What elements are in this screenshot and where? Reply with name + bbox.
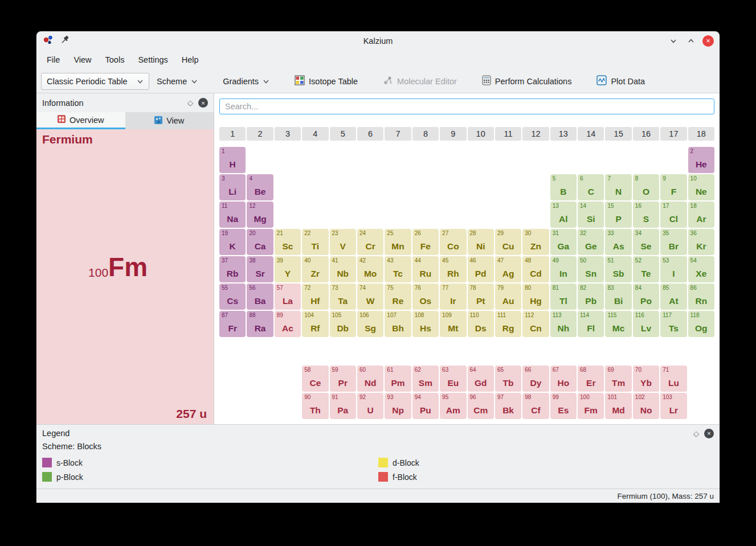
- element-cell-lu[interactable]: 71Lu: [660, 366, 686, 392]
- maximize-button[interactable]: [685, 35, 697, 47]
- element-cell-po[interactable]: 84Po: [633, 284, 659, 310]
- element-cell-tc[interactable]: 43Tc: [385, 256, 411, 282]
- element-cell-p[interactable]: 15P: [605, 202, 631, 228]
- element-cell-ta[interactable]: 73Ta: [330, 284, 356, 310]
- element-cell-v[interactable]: 23V: [330, 229, 356, 255]
- element-cell-am[interactable]: 95Am: [440, 393, 466, 419]
- minimize-button[interactable]: [667, 35, 680, 47]
- element-cell-ba[interactable]: 56Ba: [247, 284, 273, 310]
- element-cell-gd[interactable]: 64Gd: [468, 366, 494, 392]
- close-panel-icon[interactable]: ×: [704, 429, 714, 438]
- element-cell-nd[interactable]: 60Nd: [357, 366, 383, 392]
- element-cell-sg[interactable]: 106Sg: [357, 311, 383, 337]
- element-cell-ac[interactable]: 89Ac: [275, 311, 301, 337]
- element-cell-sm[interactable]: 62Sm: [412, 366, 439, 392]
- menu-item-help[interactable]: Help: [175, 51, 206, 68]
- element-cell-db[interactable]: 105Db: [330, 311, 356, 337]
- element-cell-ni[interactable]: 28Ni: [468, 229, 494, 255]
- element-cell-ce[interactable]: 58Ce: [302, 366, 328, 392]
- element-cell-mt[interactable]: 109Mt: [440, 311, 466, 337]
- menu-item-tools[interactable]: Tools: [99, 51, 132, 68]
- menu-item-settings[interactable]: Settings: [131, 51, 174, 68]
- element-cell-dy[interactable]: 66Dy: [522, 366, 549, 392]
- element-cell-ca[interactable]: 20Ca: [247, 229, 273, 255]
- element-cell-pb[interactable]: 82Pb: [578, 284, 604, 310]
- element-cell-fe[interactable]: 26Fe: [412, 229, 439, 255]
- element-cell-eu[interactable]: 63Eu: [440, 366, 466, 392]
- plot-data-button[interactable]: Plot Data: [591, 72, 650, 91]
- element-cell-mo[interactable]: 42Mo: [357, 256, 383, 282]
- element-cell-fl[interactable]: 114Fl: [578, 311, 604, 337]
- search-input[interactable]: [219, 98, 714, 114]
- element-cell-np[interactable]: 93Np: [385, 393, 411, 419]
- element-cell-hg[interactable]: 80Hg: [522, 284, 549, 310]
- element-cell-pr[interactable]: 59Pr: [330, 366, 356, 392]
- element-cell-no[interactable]: 102No: [633, 393, 659, 419]
- element-cell-cf[interactable]: 98Cf: [522, 393, 549, 419]
- element-cell-lr[interactable]: 103Lr: [660, 393, 686, 419]
- pin-icon[interactable]: [60, 35, 70, 47]
- element-cell-sb[interactable]: 51Sb: [605, 256, 631, 282]
- element-cell-as[interactable]: 33As: [605, 229, 631, 255]
- menu-item-view[interactable]: View: [67, 51, 98, 68]
- element-cell-bi[interactable]: 83Bi: [605, 284, 631, 310]
- tab-overview[interactable]: Overview: [36, 112, 125, 129]
- element-cell-k[interactable]: 19K: [219, 229, 246, 255]
- table-type-select[interactable]: Classic Periodic Table: [41, 73, 149, 90]
- element-cell-pt[interactable]: 78Pt: [468, 284, 494, 310]
- element-cell-rf[interactable]: 104Rf: [302, 311, 328, 337]
- element-cell-nb[interactable]: 41Nb: [330, 256, 356, 282]
- element-cell-xe[interactable]: 54Xe: [688, 256, 714, 282]
- element-cell-w[interactable]: 74W: [357, 284, 383, 310]
- element-cell-bk[interactable]: 97Bk: [495, 393, 521, 419]
- element-cell-al[interactable]: 13Al: [550, 202, 577, 228]
- element-cell-cd[interactable]: 48Cd: [522, 256, 549, 282]
- element-cell-o[interactable]: 8O: [633, 174, 659, 200]
- element-cell-sc[interactable]: 21Sc: [275, 229, 301, 255]
- element-cell-pd[interactable]: 46Pd: [468, 256, 494, 282]
- element-cell-li[interactable]: 3Li: [219, 174, 246, 200]
- element-cell-zn[interactable]: 30Zn: [522, 229, 549, 255]
- element-cell-nh[interactable]: 113Nh: [550, 311, 577, 337]
- element-cell-mg[interactable]: 12Mg: [247, 202, 273, 228]
- element-cell-kr[interactable]: 36Kr: [688, 229, 714, 255]
- element-cell-c[interactable]: 6C: [578, 174, 604, 200]
- element-cell-ag[interactable]: 47Ag: [495, 256, 521, 282]
- element-cell-i[interactable]: 53I: [660, 256, 686, 282]
- element-cell-ho[interactable]: 67Ho: [550, 366, 577, 392]
- element-cell-ir[interactable]: 77Ir: [440, 284, 466, 310]
- element-cell-f[interactable]: 9F: [660, 174, 686, 200]
- element-cell-la[interactable]: 57La: [275, 284, 301, 310]
- element-cell-th[interactable]: 90Th: [302, 393, 328, 419]
- element-cell-tm[interactable]: 69Tm: [605, 366, 631, 392]
- element-cell-cn[interactable]: 112Cn: [522, 311, 549, 337]
- element-cell-y[interactable]: 39Y: [275, 256, 301, 282]
- element-cell-ra[interactable]: 88Ra: [247, 311, 273, 337]
- close-button[interactable]: ×: [702, 35, 714, 47]
- element-cell-at[interactable]: 85At: [660, 284, 686, 310]
- element-cell-he[interactable]: 2He: [688, 147, 714, 173]
- element-cell-tl[interactable]: 81Tl: [550, 284, 577, 310]
- element-cell-co[interactable]: 27Co: [440, 229, 466, 255]
- element-cell-pm[interactable]: 61Pm: [385, 366, 411, 392]
- element-cell-u[interactable]: 92U: [357, 393, 383, 419]
- element-cell-pu[interactable]: 94Pu: [412, 393, 439, 419]
- element-cell-rg[interactable]: 111Rg: [495, 311, 521, 337]
- element-cell-hf[interactable]: 72Hf: [302, 284, 328, 310]
- element-cell-hs[interactable]: 108Hs: [412, 311, 439, 337]
- menu-item-file[interactable]: File: [40, 51, 67, 68]
- element-cell-ru[interactable]: 44Ru: [412, 256, 439, 282]
- element-cell-fm[interactable]: 100Fm: [578, 393, 604, 419]
- element-cell-b[interactable]: 5B: [550, 174, 577, 200]
- close-panel-icon[interactable]: ×: [198, 98, 208, 108]
- perform-calculations-button[interactable]: Perform Calculations: [477, 72, 577, 91]
- float-panel-icon[interactable]: ◇: [693, 429, 699, 438]
- isotope-table-button[interactable]: Isotope Table: [289, 72, 363, 91]
- element-cell-ar[interactable]: 18Ar: [688, 202, 714, 228]
- element-cell-n[interactable]: 7N: [605, 174, 631, 200]
- element-cell-s[interactable]: 16S: [633, 202, 659, 228]
- element-cell-tb[interactable]: 65Tb: [495, 366, 521, 392]
- element-cell-zr[interactable]: 40Zr: [302, 256, 328, 282]
- element-cell-br[interactable]: 35Br: [660, 229, 686, 255]
- element-cell-re[interactable]: 75Re: [385, 284, 411, 310]
